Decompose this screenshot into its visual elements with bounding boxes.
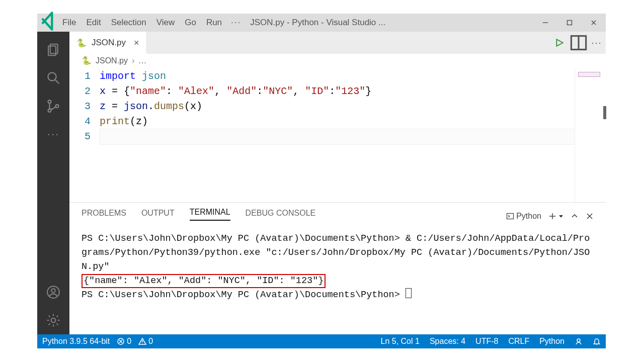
status-notifications-icon[interactable]: [593, 337, 601, 345]
window-minimize-button[interactable]: [533, 14, 557, 32]
window-maximize-button[interactable]: [557, 14, 582, 32]
activity-settings-icon[interactable]: [37, 306, 69, 334]
activity-overflow-icon[interactable]: ···: [37, 120, 69, 148]
menu-bar: File Edit Selection View Go Run: [59, 18, 222, 28]
svg-point-12: [51, 289, 55, 293]
panel-close-button[interactable]: [586, 212, 594, 220]
status-indentation[interactable]: Spaces: 4: [430, 337, 465, 346]
svg-marker-14: [556, 39, 562, 46]
panel-tab-problems[interactable]: PROBLEMS: [82, 209, 126, 221]
breadcrumb-rest: ...: [138, 56, 146, 65]
breadcrumb-file: JSON.py: [96, 56, 128, 65]
menu-edit[interactable]: Edit: [86, 18, 101, 28]
terminal-cursor: [406, 288, 412, 298]
panel-maximize-button[interactable]: [571, 212, 579, 220]
terminal-output-highlighted: {"name": "Alex", "Add": "NYC", "ID": "12…: [82, 274, 326, 288]
chevron-right-icon: ›: [132, 56, 134, 65]
tab-filename: JSON.py: [92, 38, 126, 48]
panel-tabs: PROBLEMS OUTPUT TERMINAL DEBUG CONSOLE P…: [69, 203, 606, 221]
svg-point-9: [48, 109, 51, 112]
menu-go[interactable]: Go: [185, 18, 196, 28]
code-editor[interactable]: 1 2 3 4 5 import json x = {"name": "Alex…: [69, 68, 606, 202]
svg-point-13: [51, 318, 56, 323]
terminal[interactable]: PS C:\Users\John\Dropbox\My PC (Avatar)\…: [69, 221, 606, 334]
status-interpreter[interactable]: Python 3.9.5 64-bit: [42, 337, 110, 346]
svg-rect-1: [568, 21, 572, 25]
svg-point-28: [577, 339, 580, 342]
svg-point-6: [48, 72, 56, 80]
status-encoding[interactable]: UTF-8: [475, 337, 498, 346]
window-close-button[interactable]: [582, 14, 606, 32]
editor-tab-json-py[interactable]: 🐍 JSON.py ×: [69, 32, 147, 54]
svg-point-8: [48, 100, 51, 103]
status-errors[interactable]: 0: [117, 337, 131, 346]
line-number-gutter: 1 2 3 4 5: [69, 69, 100, 202]
svg-line-7: [55, 80, 59, 84]
code-content[interactable]: import json x = {"name": "Alex", "Add":"…: [100, 69, 575, 202]
editor-more-actions-button[interactable]: ···: [588, 32, 606, 54]
minimap-slider[interactable]: [603, 106, 606, 119]
terminal-line: PS C:\Users\John\Dropbox\My PC (Avatar)\…: [82, 233, 590, 272]
status-feedback-icon[interactable]: [575, 337, 583, 345]
terminal-shell-select[interactable]: Python: [506, 212, 541, 221]
panel-tab-debug-console[interactable]: DEBUG CONSOLE: [246, 209, 316, 221]
breadcrumb[interactable]: 🐍 JSON.py › ...: [69, 54, 606, 68]
python-file-icon: 🐍: [76, 38, 87, 48]
editor-tabs: 🐍 JSON.py × ···: [69, 32, 606, 54]
status-eol[interactable]: CRLF: [508, 337, 529, 346]
panel-tab-output[interactable]: OUTPUT: [141, 209, 175, 221]
status-bar: Python 3.9.5 64-bit 0 0 Ln 5, Col 1 Spac…: [37, 334, 606, 348]
status-language[interactable]: Python: [539, 337, 565, 346]
menu-view[interactable]: View: [156, 18, 175, 28]
menu-run[interactable]: Run: [206, 18, 222, 28]
run-file-button[interactable]: [549, 32, 570, 54]
menu-overflow-icon[interactable]: ···: [222, 18, 250, 28]
activity-explorer-icon[interactable]: [37, 36, 69, 64]
terminal-prompt: PS C:\Users\John\Dropbox\My PC (Avatar)\…: [82, 290, 406, 300]
activity-bar: ···: [37, 32, 69, 334]
activity-source-control-icon[interactable]: [37, 92, 69, 120]
activity-accounts-icon[interactable]: [37, 278, 69, 306]
tab-close-button[interactable]: ×: [131, 38, 139, 48]
panel-tab-terminal[interactable]: TERMINAL: [190, 208, 230, 221]
status-cursor-pos[interactable]: Ln 5, Col 1: [381, 337, 420, 346]
minimap[interactable]: [575, 69, 606, 202]
activity-search-icon[interactable]: [37, 64, 69, 92]
title-bar: File Edit Selection View Go Run ··· JSON…: [37, 14, 606, 32]
window-title: JSON.py - Python - Visual Studio ...: [250, 18, 533, 28]
split-editor-button[interactable]: [570, 32, 588, 54]
new-terminal-button[interactable]: [548, 212, 564, 220]
python-file-icon: 🐍: [82, 56, 92, 65]
menu-selection[interactable]: Selection: [111, 18, 146, 28]
status-warnings[interactable]: 0: [138, 337, 153, 346]
menu-file[interactable]: File: [62, 18, 76, 28]
bottom-panel: PROBLEMS OUTPUT TERMINAL DEBUG CONSOLE P…: [69, 203, 606, 334]
